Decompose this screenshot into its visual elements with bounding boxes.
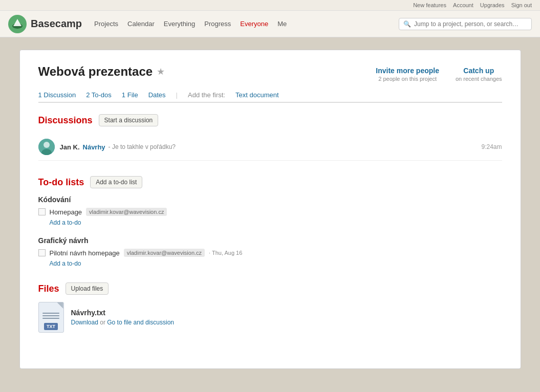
upload-files-button[interactable]: Upload files <box>66 282 109 295</box>
file-line <box>42 318 60 319</box>
todo-assignee: vladimir.kovar@wavevision.cz <box>86 208 167 216</box>
nav-links: Projects Calendar Everything Progress Ev… <box>94 20 399 28</box>
upgrades-link[interactable]: Upgrades <box>480 2 505 8</box>
add-todo-list-button[interactable]: Add a to-do list <box>90 176 142 188</box>
file-name: Návrhy.txt <box>71 309 174 317</box>
todo-list-name: Kódování <box>38 195 502 204</box>
todos-header: To-do lists Add a to-do list <box>38 176 502 188</box>
nav-calendar[interactable]: Calendar <box>127 20 155 28</box>
todo-item-title: Homepage <box>50 208 82 216</box>
discussion-excerpt: - Je to takhle v pořádku? <box>109 143 176 150</box>
todo-list-name-graficky: Grafický návrh <box>38 236 502 245</box>
nav-me[interactable]: Me <box>277 20 287 28</box>
logo-icon <box>8 15 27 33</box>
discussions-title: Discussions <box>38 115 93 126</box>
project-title: Webová prezentace <box>38 64 153 79</box>
nav-everyone[interactable]: Everyone <box>240 20 268 28</box>
page-wrapper: Webová prezentace ★ Invite more people 2… <box>19 50 521 369</box>
invite-action: Invite more people 2 people on this proj… <box>376 67 439 82</box>
discussion-title-link[interactable]: Návrhy <box>83 143 105 151</box>
catch-up-link[interactable]: Catch up <box>456 67 502 75</box>
tab-files[interactable]: 1 File <box>122 91 138 99</box>
svg-point-4 <box>44 142 50 148</box>
tab-dates[interactable]: Dates <box>148 91 166 99</box>
start-discussion-button[interactable]: Start a discussion <box>99 114 159 126</box>
todo-item-title-pilotni: Pilotní návrh homepage <box>50 249 120 257</box>
add-todo-link-graficky[interactable]: Add a to-do <box>50 260 502 267</box>
project-title-area: Webová prezentace ★ <box>38 64 165 79</box>
file-icon: TXT <box>38 302 64 333</box>
files-section: Files Upload files TXT Návrhy.txt Downlo… <box>38 282 502 333</box>
invite-link[interactable]: Invite more people <box>376 67 439 75</box>
file-lines-decoration <box>42 313 60 319</box>
logo-area[interactable]: Basecamp <box>8 15 82 33</box>
nav-progress[interactable]: Progress <box>204 20 231 28</box>
star-icon[interactable]: ★ <box>157 66 165 77</box>
project-actions: Invite more people 2 people on this proj… <box>376 64 502 82</box>
file-line <box>42 313 60 314</box>
files-title: Files <box>38 284 59 294</box>
discussion-time: 9:24am <box>481 143 502 150</box>
discussion-item: Jan K. Návrhy - Je to takhle v pořádku? … <box>38 134 502 161</box>
search-input[interactable] <box>414 20 527 28</box>
discussion-author: Jan K. <box>60 143 80 151</box>
todo-checkbox[interactable] <box>38 208 46 215</box>
catch-up-action: Catch up on recent changes <box>456 67 502 82</box>
catch-up-sub: on recent changes <box>456 76 502 82</box>
file-or: or <box>100 319 107 326</box>
new-features-link[interactable]: New features <box>413 2 446 8</box>
todo-list-group-kodovani: Kódování Homepage vladimir.kovar@wavevis… <box>38 195 502 226</box>
tab-discussions[interactable]: 1 Discussion <box>38 91 76 99</box>
todo-checkbox-pilotni[interactable] <box>38 249 46 256</box>
file-line <box>42 315 60 316</box>
todos-title: To-do lists <box>38 177 84 188</box>
invite-sub: 2 people on this project <box>376 76 439 82</box>
add-text-document-link[interactable]: Text document <box>235 91 279 99</box>
todo-list-group-graficky: Grafický návrh Pilotní návrh homepage vl… <box>38 236 502 267</box>
download-link[interactable]: Download <box>71 319 98 326</box>
file-item: TXT Návrhy.txt Download or Go to file an… <box>38 302 502 333</box>
file-badge: TXT <box>44 323 58 330</box>
discussions-header: Discussions Start a discussion <box>38 114 502 126</box>
todo-date-pilotni: · Thu, Aug 16 <box>209 250 242 256</box>
go-to-file-discussion-link[interactable]: Go to file and discussion <box>107 319 174 326</box>
main-nav: Basecamp Projects Calendar Everything Pr… <box>0 11 540 37</box>
discussion-content: Jan K. Návrhy - Je to takhle v pořádku? <box>60 143 482 151</box>
sign-out-link[interactable]: Sign out <box>511 2 532 8</box>
utility-bar: New features Account Upgrades Sign out <box>0 0 540 11</box>
todo-item: Homepage vladimir.kovar@wavevision.cz <box>38 208 502 216</box>
file-info: Návrhy.txt Download or Go to file and di… <box>71 309 174 326</box>
discussions-section: Discussions Start a discussion Jan K. Ná… <box>38 114 502 161</box>
search-box: 🔍 <box>399 18 532 30</box>
nav-projects[interactable]: Projects <box>94 20 118 28</box>
add-todo-link-kodovani[interactable]: Add a to-do <box>50 219 502 226</box>
project-tabs: 1 Discussion 2 To-dos 1 File Dates | Add… <box>38 91 502 103</box>
todos-section: To-do lists Add a to-do list Kódování Ho… <box>38 176 502 267</box>
search-icon: 🔍 <box>403 20 411 28</box>
todo-item-pilotni: Pilotní návrh homepage vladimir.kovar@wa… <box>38 249 502 257</box>
add-first-label: Add the first: <box>188 91 225 99</box>
file-links: Download or Go to file and discussion <box>71 319 174 326</box>
nav-everything[interactable]: Everything <box>164 20 195 28</box>
logo-text: Basecamp <box>31 18 82 30</box>
project-header: Webová prezentace ★ Invite more people 2… <box>38 64 502 82</box>
avatar <box>38 139 55 155</box>
files-header: Files Upload files <box>38 282 502 295</box>
account-link[interactable]: Account <box>453 2 473 8</box>
tab-separator: | <box>176 91 178 99</box>
todo-assignee-pilotni: vladimir.kovar@wavevision.cz <box>124 249 205 257</box>
tab-todos[interactable]: 2 To-dos <box>86 91 112 99</box>
